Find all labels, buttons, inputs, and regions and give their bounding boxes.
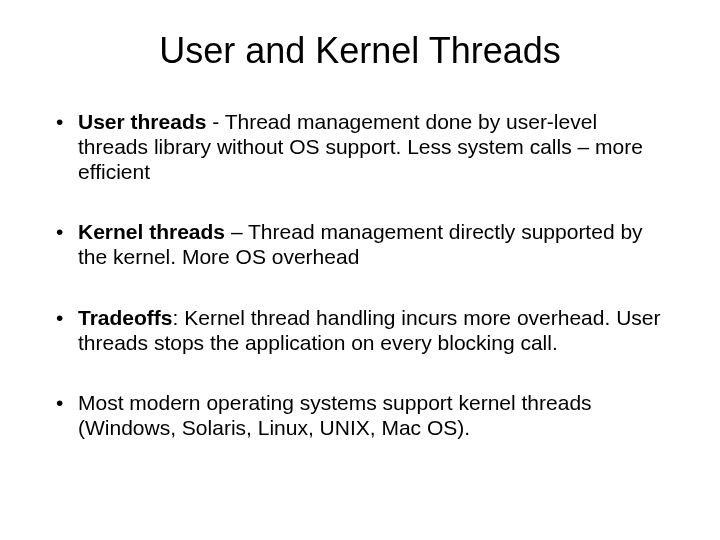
bullet-item: Tradeoffs: Kernel thread handling incurs…	[50, 306, 670, 356]
bullet-text: Most modern operating systems support ke…	[78, 391, 592, 439]
bullet-bold-lead: Kernel threads	[78, 220, 225, 243]
bullet-list: User threads - Thread management done by…	[50, 110, 670, 441]
bullet-bold-lead: Tradeoffs	[78, 306, 173, 329]
slide-title: User and Kernel Threads	[70, 30, 650, 72]
bullet-item: Most modern operating systems support ke…	[50, 391, 670, 441]
bullet-item: User threads - Thread management done by…	[50, 110, 670, 184]
bullet-item: Kernel threads – Thread management direc…	[50, 220, 670, 270]
bullet-bold-lead: User threads	[78, 110, 206, 133]
